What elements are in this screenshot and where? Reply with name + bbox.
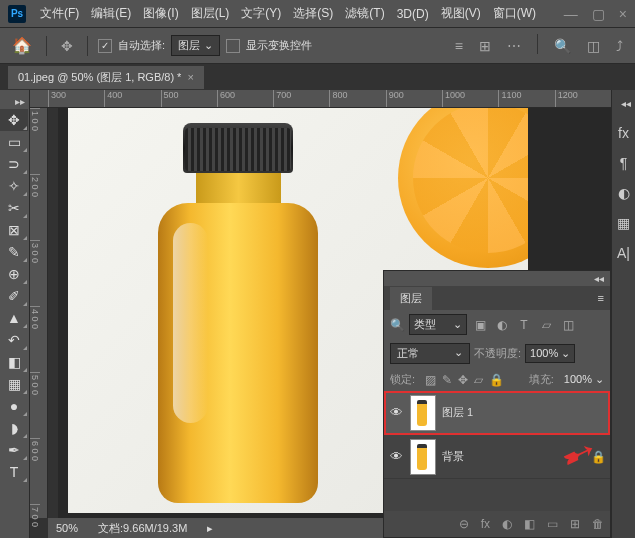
layers-tab[interactable]: 图层 — [390, 287, 432, 310]
menu-view[interactable]: 视图(V) — [435, 1, 487, 26]
auto-select-label: 自动选择: — [118, 38, 165, 53]
filter-type-icon[interactable]: T — [515, 318, 533, 332]
layers-footer: ⊖ fx ◐ ◧ ▭ ⊞ 🗑 — [384, 511, 610, 537]
tools-panel: ▸▸ ✥ ▭ ⊃ ✧ ✂ ⊠ ✎ ⊕ ✐ ▲ ↶ ◧ ▦ ● ◗ ✒ T — [0, 90, 30, 538]
opacity-label: 不透明度: — [474, 346, 521, 361]
lock-paint-icon[interactable]: ✎ — [442, 373, 452, 387]
align-icon[interactable]: ≡ — [451, 34, 467, 58]
layer-name[interactable]: 图层 1 — [442, 405, 606, 420]
zoom-level[interactable]: 50% — [56, 522, 78, 534]
new-layer-icon[interactable]: ⊞ — [570, 517, 580, 531]
delete-layer-icon[interactable]: 🗑 — [592, 517, 604, 531]
marquee-tool[interactable]: ▭ — [0, 131, 28, 153]
menu-select[interactable]: 选择(S) — [287, 1, 339, 26]
panel-menu-icon[interactable]: ≡ — [598, 292, 604, 304]
frame-tool[interactable]: ⊠ — [0, 219, 28, 241]
menu-type[interactable]: 文字(Y) — [235, 1, 287, 26]
menu-layer[interactable]: 图层(L) — [185, 1, 236, 26]
layer-name[interactable]: 背景 — [442, 449, 585, 464]
character-icon[interactable]: A| — [617, 245, 630, 261]
fill-value[interactable]: 100% ⌄ — [564, 373, 604, 386]
menu-window[interactable]: 窗口(W) — [487, 1, 542, 26]
workspace-icon[interactable]: ◫ — [583, 34, 604, 58]
options-bar: 🏠 ✥ ✓ 自动选择: 图层⌄ 显示变换控件 ≡ ⊞ ⋯ 🔍 ◫ ⤴ — [0, 28, 635, 64]
panel-collapse[interactable]: ◂◂ — [617, 96, 635, 111]
menu-image[interactable]: 图像(I) — [137, 1, 184, 26]
lock-all-icon[interactable]: 🔒 — [489, 373, 504, 387]
filter-shape-icon[interactable]: ▱ — [537, 318, 555, 332]
visibility-toggle[interactable]: 👁 — [388, 449, 404, 464]
layer-thumbnail[interactable] — [410, 439, 436, 475]
layer-row[interactable]: 👁 图层 1 — [384, 391, 610, 435]
pen-tool[interactable]: ✒ — [0, 439, 28, 461]
lock-artboard-icon[interactable]: ▱ — [474, 373, 483, 387]
blend-mode-row: 正常⌄ 不透明度: 100% ⌄ — [384, 339, 610, 368]
menu-edit[interactable]: 编辑(E) — [85, 1, 137, 26]
document-tabs: 01.jpeg @ 50% (图层 1, RGB/8) * × — [0, 64, 635, 90]
adjustments-icon[interactable]: ◐ — [618, 185, 630, 201]
window-close[interactable]: × — [619, 6, 627, 22]
type-tool[interactable]: T — [0, 461, 28, 483]
opacity-value[interactable]: 100% ⌄ — [525, 344, 575, 363]
document-tab[interactable]: 01.jpeg @ 50% (图层 1, RGB/8) * × — [8, 66, 204, 89]
3d-mode-icon[interactable]: ⋯ — [503, 34, 525, 58]
paragraph-icon[interactable]: ¶ — [620, 155, 628, 171]
orange-slice — [398, 108, 528, 268]
visibility-toggle[interactable]: 👁 — [388, 405, 404, 420]
filter-adjust-icon[interactable]: ◐ — [493, 318, 511, 332]
link-layers-icon[interactable]: ⊖ — [459, 517, 469, 531]
move-tool-icon[interactable]: ✥ — [57, 34, 77, 58]
adjustment-layer-icon[interactable]: ◧ — [524, 517, 535, 531]
crop-tool[interactable]: ✂ — [0, 197, 28, 219]
search-icon[interactable]: 🔍 — [550, 34, 575, 58]
status-arrow-icon[interactable]: ▸ — [207, 522, 213, 535]
auto-select-checkbox[interactable]: ✓ — [98, 39, 112, 53]
healing-tool[interactable]: ⊕ — [0, 263, 28, 285]
stamp-tool[interactable]: ▲ — [0, 307, 28, 329]
layer-thumbnail[interactable] — [410, 395, 436, 431]
panel-expand[interactable]: ◂◂ — [384, 271, 610, 286]
menu-filter[interactable]: 滤镜(T) — [339, 1, 390, 26]
tab-title: 01.jpeg @ 50% (图层 1, RGB/8) * — [18, 70, 181, 85]
gradient-tool[interactable]: ▦ — [0, 373, 28, 395]
layer-mask-icon[interactable]: ◐ — [502, 517, 512, 531]
filter-search-icon[interactable]: 🔍 — [390, 318, 405, 332]
eraser-tool[interactable]: ◧ — [0, 351, 28, 373]
menu-3d[interactable]: 3D(D) — [391, 3, 435, 25]
lasso-tool[interactable]: ⊃ — [0, 153, 28, 175]
group-icon[interactable]: ▭ — [547, 517, 558, 531]
tab-close-icon[interactable]: × — [187, 71, 193, 83]
share-icon[interactable]: ⤴ — [612, 34, 627, 58]
blur-tool[interactable]: ● — [0, 395, 28, 417]
blend-mode-dropdown[interactable]: 正常⌄ — [390, 343, 470, 364]
fx-panel-icon[interactable]: fx — [618, 125, 629, 141]
lock-position-icon[interactable]: ✥ — [458, 373, 468, 387]
app-logo: Ps — [8, 5, 26, 23]
lock-icon: 🔒 — [591, 450, 606, 464]
lock-row: 锁定: ▨ ✎ ✥ ▱ 🔒 填充: 100% ⌄ — [384, 368, 610, 391]
menu-file[interactable]: 文件(F) — [34, 1, 85, 26]
magic-wand-tool[interactable]: ✧ — [0, 175, 28, 197]
filter-pixel-icon[interactable]: ▣ — [471, 318, 489, 332]
layer-row[interactable]: 👁 背景 🔒 — [384, 435, 610, 479]
show-transform-label: 显示变换控件 — [246, 38, 312, 53]
show-transform-checkbox[interactable] — [226, 39, 240, 53]
brush-tool[interactable]: ✐ — [0, 285, 28, 307]
layer-fx-icon[interactable]: fx — [481, 517, 490, 531]
move-tool[interactable]: ✥ — [0, 109, 28, 131]
ruler-vertical: 1 0 02 0 03 0 04 0 05 0 06 0 07 0 0 — [30, 108, 48, 518]
window-minimize[interactable]: — — [564, 6, 578, 22]
properties-icon[interactable]: ▦ — [617, 215, 630, 231]
filter-type-dropdown[interactable]: 类型⌄ — [409, 314, 467, 335]
distribute-icon[interactable]: ⊞ — [475, 34, 495, 58]
layers-list: 👁 图层 1 👁 背景 🔒 — [384, 391, 610, 511]
toolbar-collapse[interactable]: ▸▸ — [11, 94, 29, 109]
home-icon[interactable]: 🏠 — [8, 32, 36, 59]
lock-pixels-icon[interactable]: ▨ — [425, 373, 436, 387]
auto-select-dropdown[interactable]: 图层⌄ — [171, 35, 220, 56]
filter-smart-icon[interactable]: ◫ — [559, 318, 577, 332]
eyedropper-tool[interactable]: ✎ — [0, 241, 28, 263]
history-brush-tool[interactable]: ↶ — [0, 329, 28, 351]
window-maximize[interactable]: ▢ — [592, 6, 605, 22]
dodge-tool[interactable]: ◗ — [0, 417, 28, 439]
